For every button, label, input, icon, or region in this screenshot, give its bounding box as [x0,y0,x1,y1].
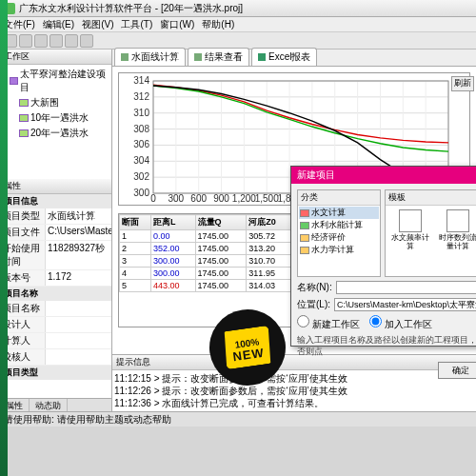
menu-tools[interactable]: 工具(T) [121,18,152,31]
template-item[interactable]: 水文频率计算 [389,209,431,251]
menu-file[interactable]: 文件(F) [4,18,35,31]
svg-text:600: 600 [190,193,207,204]
tree-root[interactable]: 太平寮河整治建设项目 [2,67,109,95]
prop-row[interactable]: 计算人 [0,333,111,349]
tree-item[interactable]: 20年一遇洪水 [2,126,109,141]
props-header: 属性 [0,179,111,194]
menu-window[interactable]: 窗口(W) [160,18,194,31]
prop-row[interactable]: 项目名称 [0,301,111,317]
folder-icon [10,77,18,85]
prop-row[interactable]: 项目文件C:\Users\Master- [0,225,111,241]
folder-icon [19,99,29,107]
svg-text:314: 314 [133,75,149,86]
tree-item[interactable]: 10年一遇洪水 [2,110,109,126]
doc-icon [194,53,202,61]
folder-icon [300,247,309,254]
toolbar-button[interactable] [19,34,32,48]
dialog-title: 新建项目 [291,167,476,184]
prop-row[interactable]: 项目类型水面线计算 [0,208,111,225]
doc-icon [121,53,129,61]
toolbar-button[interactable] [65,34,78,48]
prop-row[interactable]: 校核人 [0,349,111,366]
radio-add-ws[interactable]: 加入工作区 [369,315,432,331]
category-item[interactable]: 经济评价 [299,231,379,244]
window-title: 广东水文水利设计计算软件平台 - [20年一遇洪水.proj] [19,2,243,15]
prop-row[interactable]: 版本号1.172 [0,270,111,287]
refresh-button[interactable]: 刷新 [451,76,474,91]
svg-text:1,200: 1,200 [232,193,256,204]
svg-text:900: 900 [213,193,229,204]
svg-text:300: 300 [133,188,149,198]
svg-text:302: 302 [133,171,149,182]
radio-new-ws[interactable]: 新建工作区 [297,315,360,331]
svg-text:304: 304 [133,155,149,166]
tab-calc[interactable]: 水面线计算 [114,48,186,66]
folder-icon [300,234,309,242]
property-grid: 项目信息 项目类型水面线计算项目文件C:\Users\Master-开始使用时间… [0,194,111,398]
template-icon [446,209,469,232]
tab-result[interactable]: 结果查看 [188,48,249,66]
name-field[interactable] [336,281,476,294]
folder-icon [300,222,309,229]
location-field[interactable] [334,298,476,311]
workspace-header: 工作区 [0,50,111,65]
menu-edit[interactable]: 编辑(E) [43,18,74,31]
tab-excel[interactable]: Excel报表 [251,48,317,66]
menubar: 文件(F) 编辑(E) 视图(V) 工具(T) 窗口(W) 帮助(H) [0,17,476,32]
template-item[interactable]: 时序数列流量计算 [437,209,476,251]
toolbar-button[interactable] [80,34,93,48]
svg-text:300: 300 [169,193,185,204]
prop-row[interactable]: 设计人 [0,317,111,333]
toolbar-button[interactable] [34,34,48,48]
svg-text:306: 306 [133,139,149,149]
toolbar-button[interactable] [50,34,63,48]
template-icon [399,209,422,232]
statusbar: 请使用帮助: 请使用帮助主题或动态帮助 [0,411,476,426]
tree-item[interactable]: 大新围 [2,95,109,110]
svg-text:1,500: 1,500 [255,193,279,204]
svg-text:308: 308 [133,124,149,134]
category-item[interactable]: 水文计算 [299,207,379,219]
project-tree: 太平寮河整治建设项目 大新围 10年一遇洪水 20年一遇洪水 [0,65,111,179]
folder-icon [19,114,29,122]
svg-text:312: 312 [133,91,149,102]
ok-button[interactable]: 确定 [438,362,476,379]
folder-icon [300,209,309,217]
new-project-dialog: 新建项目 分类 水文计算水利水能计算经济评价水力学计算 模板 水文频率计算时序数… [290,166,476,347]
excel-icon [258,53,266,61]
folder-icon [19,129,29,137]
menu-view[interactable]: 视图(V) [82,18,113,31]
tab-help[interactable]: 动态助 [30,399,68,411]
category-item[interactable]: 水利水能计算 [299,219,379,231]
category-item[interactable]: 水力学计算 [299,244,379,256]
doc-tabs: 水面线计算 结果查看 Excel报表 [112,50,476,67]
svg-text:310: 310 [133,108,149,118]
menu-help[interactable]: 帮助(H) [202,18,234,31]
prop-row[interactable]: 开始使用时间118289327秒 [0,241,111,270]
svg-text:0: 0 [150,193,156,204]
